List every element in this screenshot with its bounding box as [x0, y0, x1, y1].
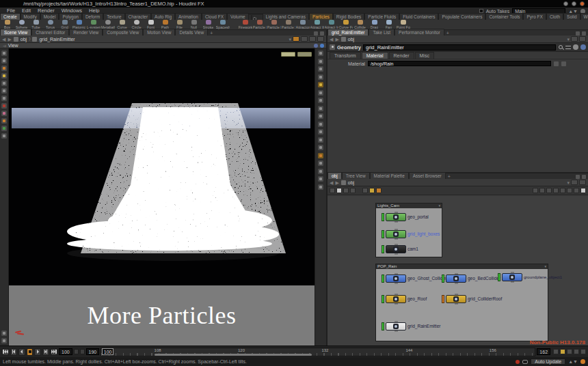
node-chooser-icon[interactable] — [561, 61, 566, 66]
netbox-collapse-icon[interactable]: ▾ — [544, 264, 546, 269]
view-tool-icon[interactable] — [318, 51, 323, 56]
tab-network-obj[interactable]: obj — [328, 172, 342, 179]
net-dots-icon[interactable] — [533, 188, 538, 193]
netbox-collapse-icon[interactable]: ▾ — [438, 203, 440, 208]
gallery-icon[interactable] — [573, 44, 578, 50]
tab-take-list[interactable]: Take List — [369, 29, 395, 36]
tool-fireworks[interactable]: Fireworks — [238, 20, 252, 29]
tool-particle-e[interactable]: Particle E... — [252, 20, 267, 29]
snapshot-icon[interactable] — [293, 36, 299, 42]
shelf-tab-lights-cameras[interactable]: Lights and Cameras — [263, 13, 309, 20]
node-geo-portal[interactable]: geo_portal — [382, 212, 429, 221]
tool-attractor[interactable]: Attractor — [295, 20, 310, 29]
net-org-icon[interactable] — [546, 188, 552, 193]
shelf-tab-deform[interactable]: Deform — [82, 13, 103, 20]
maximize-button[interactable] — [572, 1, 576, 6]
tool-spaceship[interactable]: Spaceship — [215, 20, 230, 29]
find-node-icon[interactable] — [579, 180, 586, 185]
nav-forward-icon[interactable]: ▶ — [335, 37, 338, 42]
viewport-badge[interactable] — [281, 52, 295, 57]
mirror-icon[interactable] — [318, 145, 323, 150]
shelf-tab-cloudfx[interactable]: Cloud FX — [202, 13, 227, 20]
net-grid-icon[interactable] — [343, 188, 349, 193]
material-path-field[interactable]: /shop/Rain — [368, 61, 551, 66]
range-start-field[interactable]: 100 — [59, 348, 72, 355]
tool-platonic[interactable]: Platonic — [72, 20, 86, 29]
range-lock-icon[interactable] — [74, 349, 79, 354]
network-canvas[interactable]: Lights_Cam▾ geo_portal grid_light_boxes … — [328, 197, 588, 347]
display-flag[interactable] — [382, 295, 384, 303]
display-points-icon[interactable] — [318, 98, 323, 103]
net-vis-icon[interactable] — [567, 188, 572, 193]
misc-tool-icon[interactable] — [1, 133, 7, 139]
tool-grid[interactable]: Grid — [57, 20, 72, 29]
up-level-icon[interactable] — [14, 37, 18, 42]
pane-menu-icon[interactable] — [582, 175, 586, 179]
tool-stroke[interactable]: Stroke — [201, 20, 215, 29]
view-caret-icon[interactable]: ◅ — [3, 43, 6, 48]
display-flag[interactable] — [442, 295, 444, 303]
add-tab-icon[interactable] — [210, 31, 213, 36]
shelf-tab-autorig[interactable]: Auto Rig — [151, 13, 175, 20]
nav-forward-icon[interactable]: ▶ — [335, 180, 338, 185]
background-icon[interactable] — [318, 184, 323, 190]
shelf-tab-model[interactable]: Model — [40, 13, 59, 20]
update-mode-stepper-icon[interactable]: ▲▼ — [568, 359, 578, 364]
shelf-tab-texture[interactable]: Texture — [103, 13, 124, 20]
jump-to-end-button[interactable] — [51, 348, 57, 356]
shelf-tab-solid[interactable]: Solid — [563, 13, 580, 20]
hand-tool-icon[interactable] — [1, 58, 7, 64]
wireframe-icon[interactable] — [318, 90, 323, 96]
path-root[interactable]: obj — [348, 37, 354, 42]
select-tool-icon[interactable] — [1, 51, 7, 56]
tool-point-force[interactable]: Point Force — [396, 20, 410, 29]
add-tab-icon[interactable] — [448, 174, 451, 179]
net-list-icon[interactable] — [336, 188, 342, 193]
play-flipbook-icon[interactable] — [571, 180, 578, 185]
net-flag-orange-icon[interactable] — [376, 188, 382, 193]
link-icon[interactable] — [309, 36, 316, 42]
tool-attract-in[interactable]: Attract In... — [324, 20, 338, 29]
lock-icon[interactable] — [301, 36, 308, 42]
move-tool-icon[interactable] — [1, 66, 7, 71]
shelf-tab-populate-containers[interactable]: Populate Containers — [438, 13, 485, 20]
snapshot-compare-icon[interactable] — [318, 153, 323, 158]
message-log-icon[interactable] — [522, 360, 528, 364]
visibility-icon[interactable] — [318, 122, 323, 127]
playbar-options-icon[interactable] — [580, 349, 586, 354]
tab-scene-view[interactable]: Scene View — [0, 29, 31, 36]
shelf-gear-icon[interactable] — [251, 15, 252, 20]
display-flag[interactable] — [382, 322, 384, 330]
path-node[interactable]: grid_RainEmitter — [39, 37, 75, 42]
auto-update-selector[interactable]: Auto Update — [531, 358, 565, 365]
shelf-tab-wires[interactable]: Wires — [580, 13, 588, 20]
minimize-button[interactable] — [563, 1, 568, 6]
shelf-tab-container-tools[interactable]: Container Tools — [485, 13, 523, 20]
net-wire-icon[interactable] — [539, 188, 545, 193]
up-level-icon[interactable] — [341, 37, 346, 42]
path-dropdown-icon[interactable]: ▾ — [289, 37, 291, 42]
node-geo-bedcollider[interactable]: geo_BedCollider — [442, 274, 500, 283]
tab-composite-view[interactable]: Composite View — [103, 29, 143, 36]
tab-channel-editor[interactable]: Channel Editor — [31, 29, 69, 36]
view-options-icon[interactable] — [314, 44, 318, 48]
net-display-icon[interactable] — [330, 188, 335, 193]
sync-arrows-icon[interactable] — [565, 44, 571, 50]
pane-maximize-icon[interactable] — [314, 31, 318, 36]
shelf-tab-particles[interactable]: Particles — [309, 13, 333, 20]
display-options-icon[interactable] — [318, 160, 323, 166]
tool-circle[interactable]: Circle — [129, 20, 144, 29]
scale-tool-icon[interactable] — [1, 81, 7, 86]
jump-to-start-button[interactable] — [2, 348, 9, 356]
current-frame-indicator[interactable]: 100 — [102, 348, 113, 355]
net-flag-yellow-icon[interactable] — [369, 188, 375, 193]
tab-render-view[interactable]: Render View — [69, 29, 103, 36]
safe-area-icon[interactable] — [318, 176, 323, 182]
pin-icon[interactable] — [571, 36, 578, 42]
viewport-3d[interactable]: More Particles — [9, 48, 315, 346]
frame-all-icon[interactable] — [318, 59, 323, 64]
shelf-tab-modify[interactable]: Modify — [21, 13, 40, 20]
camera-icon[interactable] — [318, 66, 323, 72]
audio-toggle-icon[interactable] — [560, 349, 565, 354]
range-options-icon[interactable] — [80, 349, 85, 354]
